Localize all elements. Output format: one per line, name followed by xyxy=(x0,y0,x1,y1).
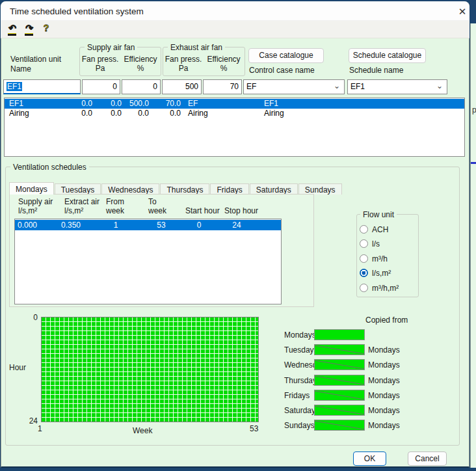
copied-source-label: Mondays xyxy=(368,391,400,400)
background-window-sliver: p xyxy=(470,23,476,468)
tab-sundays[interactable]: Sundays xyxy=(298,183,342,195)
tab-fridays[interactable]: Fridays xyxy=(210,183,248,195)
copied-diagonal-line xyxy=(315,375,364,385)
schedule-name-label: Schedule name xyxy=(349,66,403,75)
radio-icon[interactable] xyxy=(360,254,368,263)
exhaust-fan-press-input[interactable]: 500 xyxy=(162,79,202,94)
copied-day-bar xyxy=(314,359,365,370)
unit-cell-v4: 70.0 xyxy=(152,99,181,109)
ventilation-unit-list[interactable]: EF10.00.0500.070.0EFEF1Airing0.00.00.00.… xyxy=(4,98,465,157)
schedule-list[interactable]: 0.0000.350153024 xyxy=(14,219,282,304)
flow-unit-option-label: m³/h xyxy=(372,254,388,263)
title-bar[interactable]: Time scheduled ventilation system ✕ xyxy=(1,1,469,21)
selected-text: EF1 xyxy=(7,82,22,91)
day-tabs: MondaysTuesdaysWednesdaysThursdaysFriday… xyxy=(9,183,343,195)
schedule-name-combo[interactable]: EF1⌄ xyxy=(347,79,447,94)
schedule-row[interactable]: 0.0000.350153024 xyxy=(15,220,281,230)
ventilation-unit-name-label: Name xyxy=(10,64,31,74)
window-title: Time scheduled ventilation system xyxy=(10,7,144,16)
schedule-cell: 24 xyxy=(222,220,251,230)
exhaust-efficiency-input[interactable]: 70 xyxy=(203,79,242,94)
copied-diagonal-line xyxy=(315,360,364,370)
exhaust-efficiency-header: Efficiency % xyxy=(204,55,243,73)
flow-unit-option-l-s-m-[interactable]: l/s,m² xyxy=(360,268,417,278)
supply-fan-press-input[interactable]: 0 xyxy=(82,79,120,94)
flow-unit-option-l-s[interactable]: l/s xyxy=(360,239,417,249)
supply-fan-press-header: Fan press. Pa xyxy=(81,55,120,73)
flow-unit-title: Flow unit xyxy=(360,210,397,219)
copied-source-label: Mondays xyxy=(368,421,400,430)
tab-saturdays[interactable]: Saturdays xyxy=(250,183,298,195)
schedule-cell: 0 xyxy=(185,220,213,230)
background-window-blue-bar xyxy=(471,162,476,164)
copied-day-label: Sundays xyxy=(284,421,315,430)
schedule-cell: 53 xyxy=(147,220,176,230)
screen: Time scheduled ventilation system ✕ ↶↷? … xyxy=(0,0,476,471)
schedule-col-header: To week xyxy=(148,197,166,215)
ok-button[interactable]: OK xyxy=(353,451,386,466)
copied-source-label: Mondays xyxy=(368,360,400,370)
flow-unit-option-m-h-m-[interactable]: m³/h,m² xyxy=(360,283,417,293)
control-case-name-combo[interactable]: EF⌄ xyxy=(243,79,345,94)
radio-icon[interactable] xyxy=(360,284,368,292)
schedule-col-header: From week xyxy=(106,197,124,215)
radio-icon[interactable] xyxy=(360,269,368,277)
y-axis-bottom-tick: 24 xyxy=(20,416,38,425)
copied-day-label: Mondays xyxy=(284,330,316,340)
radio-icon[interactable] xyxy=(360,225,368,234)
unit-list-row[interactable]: Airing0.00.00.00.0AiringAiring xyxy=(5,109,464,118)
copied-diagonal-line xyxy=(315,420,364,430)
unit-cell-v1: 0.0 xyxy=(66,99,92,109)
tab-thursdays[interactable]: Thursdays xyxy=(160,183,209,195)
supply-air-fan-title: Supply air fan xyxy=(85,43,137,52)
copied-diagonal-line xyxy=(315,390,364,400)
y-axis-label: Hour xyxy=(9,363,26,372)
ventilation-schedules-title: Ventilation schedules xyxy=(10,163,89,172)
schedule-col-header: Extract air l/s,m² xyxy=(64,197,99,215)
copied-day-bar xyxy=(314,344,365,355)
cancel-button[interactable]: Cancel xyxy=(408,451,447,466)
schedule-heatmap-chart[interactable] xyxy=(41,317,259,422)
schedule-col-header: Start hour xyxy=(185,206,220,215)
tab-wednesdays[interactable]: Wednesdays xyxy=(101,183,159,195)
tab-tuesdays[interactable]: Tuesdays xyxy=(55,183,101,195)
close-icon[interactable]: ✕ xyxy=(454,6,471,19)
x-axis-right-tick: 53 xyxy=(250,424,258,433)
unit-cell-v4: 0.0 xyxy=(152,109,181,118)
flow-unit-option-ach[interactable]: ACH xyxy=(360,224,417,235)
supply-efficiency-header: Efficiency % xyxy=(121,55,160,73)
ventilation-unit-label: Ventilation unit xyxy=(10,55,61,64)
copied-source-label: Mondays xyxy=(368,406,400,415)
copied-diagonal-line xyxy=(315,405,364,415)
flow-unit-option-m-h[interactable]: m³/h xyxy=(360,254,417,264)
copied-source-label: Mondays xyxy=(368,376,400,385)
x-axis-left-tick: 1 xyxy=(38,424,42,433)
schedule-catalogue-button[interactable]: Schedule catalogue xyxy=(349,48,426,63)
chevron-down-icon[interactable]: ⌄ xyxy=(436,79,443,93)
case-catalogue-button[interactable]: Case catalogue xyxy=(248,48,324,63)
undo-icon[interactable]: ↶ xyxy=(6,23,19,36)
unit-cell-schedule: EF1 xyxy=(264,99,342,109)
flow-unit-option-label: ACH xyxy=(372,225,388,234)
schedule-cell: 1 xyxy=(101,220,130,230)
help-icon[interactable]: ? xyxy=(40,23,53,36)
chevron-down-icon[interactable]: ⌄ xyxy=(334,79,340,93)
tab-mondays[interactable]: Mondays xyxy=(9,182,54,195)
copied-source-label: Mondays xyxy=(368,345,400,355)
redo-icon[interactable]: ↷ xyxy=(23,23,36,36)
unit-list-row[interactable]: EF10.00.0500.070.0EFEF1 xyxy=(5,99,464,109)
flow-unit-option-label: l/s,m² xyxy=(372,269,391,278)
radio-icon[interactable] xyxy=(360,239,368,248)
copied-day-label: Tuesdays xyxy=(284,345,318,355)
schedule-cell: 0.350 xyxy=(61,220,100,230)
toolbar: ↶↷? xyxy=(1,21,469,38)
copied-day-bar xyxy=(314,390,365,401)
ventilation-unit-name-input[interactable]: EF1 xyxy=(3,79,81,94)
background-window-text: p xyxy=(472,105,476,114)
supply-efficiency-input[interactable]: 0 xyxy=(122,79,161,94)
unit-cell-case: Airing xyxy=(188,109,253,118)
unit-cell-schedule: Airing xyxy=(264,109,342,118)
control-case-name-label: Control case name xyxy=(249,66,315,75)
unit-cell-v3: 500.0 xyxy=(116,99,149,109)
flow-unit-option-label: m³/h,m² xyxy=(372,284,399,293)
